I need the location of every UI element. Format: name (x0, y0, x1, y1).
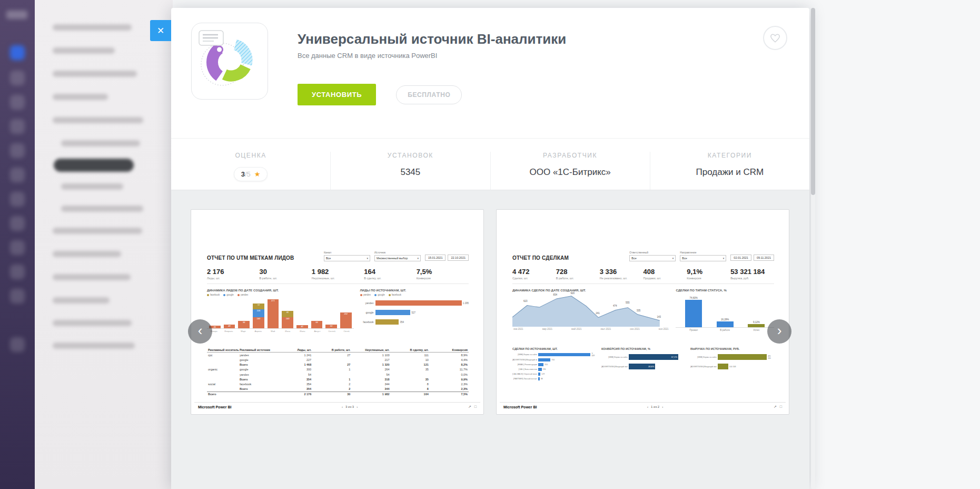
hbar-row: [WEB] Форма на сайте 491 240 (690, 354, 774, 360)
table-cell: google (240, 358, 272, 361)
bar-segment: 50 (325, 325, 337, 328)
next-page-icon: › (662, 405, 663, 408)
favorite-button[interactable] (763, 26, 787, 50)
date-range: 02.01.2021 09.11.2021 (730, 251, 774, 261)
kpi-row: 2 176Лиды, шт.30В работе, шт.1 982Неуспе… (207, 268, 469, 284)
footer-icons: ↗ □ (774, 405, 782, 409)
rail-icon (10, 168, 25, 182)
bar-column: 35 (209, 297, 221, 328)
hbar-label: google (360, 311, 374, 314)
table-cell: 1 468 (272, 363, 311, 366)
column-bar (748, 324, 765, 327)
table-cell: 1 982 (312, 268, 364, 276)
prev-page-icon: ‹ (647, 405, 648, 408)
menu-item-blurred (53, 251, 121, 257)
logo-blob (6, 11, 27, 19)
close-icon: ✕ (157, 25, 164, 36)
point-label: 623 (523, 300, 528, 302)
table-cell: Конверсия (429, 348, 468, 351)
cta-row: УСТАНОВИТЬ БЕСПЛАТНО (298, 84, 789, 105)
bar-segment: 41 (296, 325, 308, 328)
menu-item-blurred (53, 94, 108, 100)
hbar-row: [ADVERTISING] Входящий звонок 30,6% (601, 364, 685, 369)
rating-total: /5 (245, 170, 251, 178)
table-cell (208, 363, 240, 366)
table-cell: Неуспешные, шт. (312, 277, 364, 280)
table-cell: 8,9% (429, 354, 468, 357)
table-cell: cpc (208, 354, 240, 357)
stat-categories: КАТЕГОРИИ Продажи и CRM (650, 152, 809, 190)
bar-segment: 72 (253, 304, 264, 309)
hbar-label: [WEB] Форма на сайте (601, 356, 628, 358)
bar-segment: 202 (340, 312, 352, 328)
app-rail (0, 0, 35, 489)
table-cell: Конверсия (417, 277, 469, 280)
scrollbar-thumb[interactable] (811, 8, 815, 195)
page-indicator: 3 из 3 (345, 405, 354, 408)
table-cell: В работе, шт. (259, 277, 311, 280)
column-bar (717, 321, 734, 327)
table-cell: 11,7% (429, 368, 468, 371)
leads-dynamics-chart: ДИНАМИКА ЛИДОВ ПО ДАТЕ СОЗДАНИЯ, ШТ. fac… (207, 289, 354, 343)
hbar (375, 319, 399, 325)
category-link[interactable]: Продажи и CRM (650, 167, 809, 178)
table-row: Июнь (282, 330, 293, 332)
table-row: 408Продажи, шт. (643, 268, 687, 280)
screenshot-card-2[interactable]: ОТЧЕТ ПО СДЕЛКАМ Ответственный Все ▾ Нап (496, 209, 789, 415)
hbar-value: 1 295 (463, 302, 469, 305)
date-from: 02.01.2021 (730, 255, 751, 261)
table-row: янв 2021 (513, 328, 523, 330)
menu-item-blurred (53, 297, 110, 304)
column-bar (685, 300, 702, 327)
powerbi-report-deals: ОТЧЕТ ПО СДЕЛКАМ Ответственный Все ▾ Нап (497, 210, 789, 414)
table-cell (311, 358, 350, 361)
menu-item-blurred (61, 140, 140, 146)
bar-column: 41 (296, 297, 308, 328)
page-indicator: 1 из 2 (651, 405, 659, 408)
table-row: Февраль (223, 330, 234, 332)
menu-item-blurred (53, 274, 131, 280)
hbar: 57,1% (629, 354, 678, 360)
hbar-value: 354 (400, 321, 404, 324)
hbar-value: 3 049 (591, 353, 596, 357)
table-cell: Выручка, руб. (730, 277, 774, 280)
column-value: 9,12% (753, 321, 760, 324)
menu-item-blurred (53, 117, 143, 123)
screenshot-card-1[interactable]: ОТЧЕТ ПО UTM МЕТКАМ ЛИДОВ Канал Все ▾ Ис (191, 209, 484, 415)
report-title: ОТЧЕТ ПО UTM МЕТКАМ ЛИДОВ (207, 251, 294, 261)
hbar (538, 363, 543, 366)
table-cell: Продажи, шт. (643, 277, 687, 280)
chart-legend: yandexgooglefacebook (360, 294, 469, 296)
area-chart-svg (512, 292, 669, 327)
fullscreen-icon: □ (474, 405, 477, 409)
stat-label: КАТЕГОРИИ (650, 152, 809, 159)
table-cell: 318 (350, 378, 389, 381)
table-cell: Всего (208, 393, 240, 396)
table-row: 3 336Не реализовано, шт. (600, 268, 644, 280)
rail-icon (10, 119, 25, 134)
carousel-next-button[interactable]: › (767, 319, 791, 344)
bar-column: 202 (340, 297, 352, 328)
filter-select: Все ▾ (324, 255, 370, 261)
status-column: 16,28% (712, 296, 738, 327)
leads-by-source-chart: ЛИДЫ ПО ИСТОЧНИКАМ, ШТ. yandexgoogleface… (360, 289, 469, 343)
table-cell: 728 (556, 268, 600, 276)
table-row: 30В работе, шт. (259, 268, 311, 280)
carousel-prev-button[interactable]: ‹ (188, 319, 212, 344)
next-page-icon: › (357, 405, 358, 408)
install-button[interactable]: УСТАНОВИТЬ (298, 84, 376, 105)
table-row: Сентяб. (326, 330, 338, 332)
bar-segment: 93 (311, 321, 323, 328)
hbar-label: [CALL] База клиентов (512, 368, 537, 370)
bar-column: 143 81 (282, 297, 293, 328)
close-button[interactable]: ✕ (150, 20, 171, 41)
table-cell: 54 (350, 373, 389, 376)
table-body: cpcyandex1 241271 1031118,9%google227217… (207, 353, 469, 397)
filter-label: Направление (680, 251, 726, 254)
hbar-label: [ADVERTISING] Входящий звонок (512, 359, 537, 361)
filter-source: Источник Множественный выбор ▾ (374, 251, 421, 261)
hbar-value: 129 (541, 373, 545, 375)
bar-column: 371 (268, 297, 279, 328)
app-header: Универсальный источник BI-аналитики Все … (171, 8, 809, 138)
bar-segment: 371 (268, 299, 279, 328)
